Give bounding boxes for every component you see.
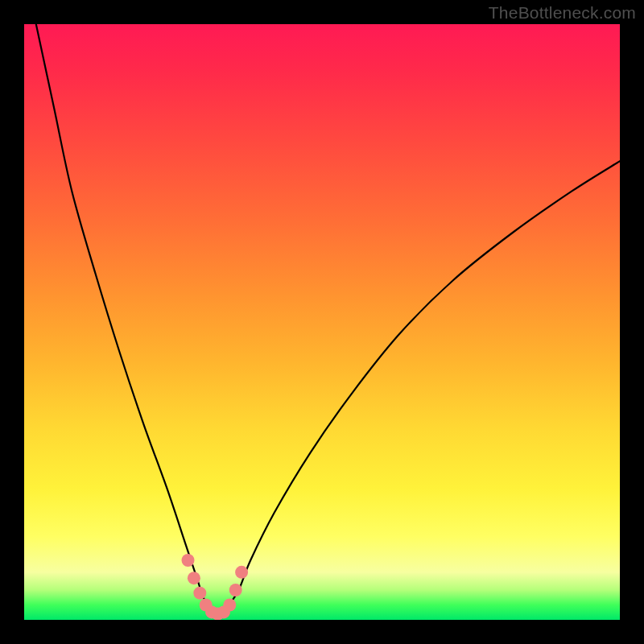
range-marker: [188, 572, 200, 584]
range-marker: [235, 566, 248, 579]
bottleneck-curve-svg: [24, 24, 620, 620]
chart-frame: TheBottleneck.com: [0, 0, 644, 644]
range-marker: [193, 587, 206, 600]
bottleneck-curve: [36, 24, 620, 615]
range-marker: [229, 584, 242, 597]
range-marker: [182, 554, 195, 567]
selected-range-markers: [182, 554, 249, 620]
plot-area: [24, 24, 620, 620]
attribution-text: TheBottleneck.com: [489, 3, 636, 23]
range-marker: [223, 599, 236, 612]
